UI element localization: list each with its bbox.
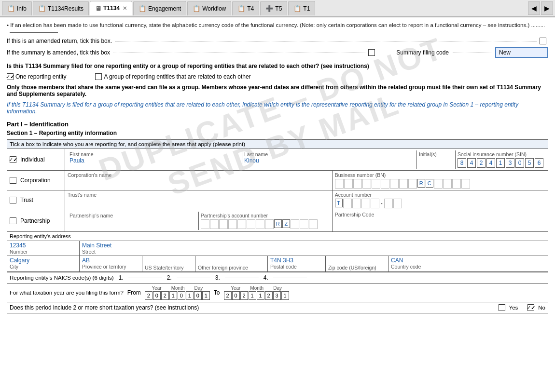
tabs-bar: 📋 Info 📋 T1134Results 🖥 T1134 ✕ 📋 Engage…	[0, 0, 555, 17]
address-header: Reporting entity's address	[7, 232, 548, 241]
tab-info[interactable]: 📋 Info	[2, 1, 32, 15]
initials-field: Initial(s)	[417, 150, 456, 169]
tab-workflow-label: Workflow	[202, 5, 226, 12]
postal-field: T4N 3H3 Postal code	[268, 256, 326, 271]
from-d1: 0	[194, 291, 202, 300]
foreign-province-field: Other foreign province	[195, 256, 268, 271]
tab-engagement[interactable]: 📋 Engagement	[133, 1, 186, 15]
summary-filing-code-input[interactable]	[495, 47, 548, 58]
to-m2: 2	[265, 291, 273, 300]
nav-next-button[interactable]: ▶	[541, 1, 553, 15]
partnership-label: Partnership	[20, 217, 50, 224]
yes-option[interactable]: Yes	[499, 304, 518, 311]
group-checkbox[interactable]	[95, 73, 102, 80]
t4-tab-icon: 📋	[237, 5, 245, 12]
last-name-label: Last name	[244, 151, 415, 157]
address-section-cell: Reporting entity's address 12345 Number …	[7, 232, 548, 313]
sin-d4: 4	[486, 158, 495, 168]
corporation-checkbox[interactable]	[10, 177, 16, 184]
yes-checkbox[interactable]	[499, 304, 505, 311]
no-option[interactable]: ✓ No	[527, 304, 545, 311]
partnership-checkbox[interactable]	[10, 217, 16, 224]
bn-c: C	[426, 179, 433, 188]
number-field: 12345 Number	[7, 241, 80, 256]
from-y3: 2	[161, 291, 169, 300]
to-y2: 0	[232, 291, 240, 300]
year-label-to: Year	[231, 285, 240, 291]
province-label: Province or territory	[82, 264, 139, 270]
sin-label: Social insurance number (SIN)	[458, 151, 543, 157]
bn-cell: Business number (BN) R C	[332, 171, 548, 190]
trust-t: T	[335, 199, 343, 207]
sin-d2: 4	[467, 158, 476, 168]
naics-3-num: 3.	[215, 274, 220, 281]
amended-return-dots	[115, 41, 537, 41]
amended-summary-label: If the summary is amended, tick this box	[7, 49, 110, 56]
naics-1-input[interactable]	[128, 278, 162, 278]
form-table: Tick a box to indicate who you are repor…	[7, 139, 548, 313]
from-y2: 0	[153, 291, 161, 300]
tab-info-label: Info	[17, 5, 27, 12]
tab-t5[interactable]: ➕ T5	[260, 1, 287, 15]
tab-t1134-close[interactable]: ✕	[123, 5, 127, 12]
t1-tab-icon: 📋	[293, 5, 301, 12]
trust-cell: Trust	[7, 190, 65, 210]
no-label: No	[538, 305, 545, 311]
us-state-label: US State/territory	[145, 265, 193, 270]
one-entity-option[interactable]: ✓ One reporting entity	[7, 73, 66, 80]
initials-label: Initial(s)	[419, 151, 453, 157]
tab-t5-label: T5	[275, 5, 282, 12]
country-field: CAN Country code	[388, 256, 548, 271]
corp-name-cell: Corporation's name	[65, 171, 333, 190]
one-entity-checkbox[interactable]: ✓	[7, 73, 14, 80]
reporting-options: ✓ One reporting entity A group of report…	[7, 73, 548, 80]
engagement-tab-icon: 📋	[139, 5, 146, 12]
foreign-province-label: Other foreign province	[198, 265, 265, 270]
group-option[interactable]: A group of reporting entities that are r…	[95, 73, 250, 80]
t1134-tab-icon: 🖥	[95, 5, 101, 12]
corp-name-label: Corporation's name	[68, 172, 330, 178]
section1-heading: Section 1 – Reporting entity information	[7, 130, 548, 136]
partnership-name-label: Partnership's name	[69, 213, 196, 218]
trust-name-cell: Trust's name	[65, 190, 333, 210]
trust-label: Trust	[20, 197, 33, 203]
individual-checkbox[interactable]: ✓	[10, 156, 16, 163]
first-name-field: First name Paula	[68, 150, 242, 169]
province-field: AB Province or territory	[80, 256, 142, 271]
zip-field: Zip code (US/foreign)	[326, 256, 388, 271]
naics-2-input[interactable]	[177, 278, 210, 278]
corporation-label: Corporation	[20, 177, 51, 184]
trust-acct-label: Account number	[335, 192, 545, 198]
tab-t4[interactable]: 📋 T4	[232, 1, 259, 15]
rz-z: Z	[282, 219, 290, 228]
naics-1-num: 1.	[119, 274, 124, 281]
amended-summary-checkbox[interactable]	[368, 49, 375, 56]
tick-instruction-row: Tick a box to indicate who you are repor…	[7, 140, 548, 149]
short-tax-row: Does this period include 2 or more short…	[7, 302, 548, 313]
from-date-grid: 2 0 2 1 0 1 0 1	[145, 291, 210, 300]
trust-checkbox[interactable]	[10, 197, 16, 203]
tab-workflow[interactable]: 📋 Workflow	[187, 1, 231, 15]
tab-engagement-label: Engagement	[148, 5, 181, 12]
tab-t1[interactable]: 📋 T1	[288, 1, 315, 15]
sin-d6: 3	[506, 158, 514, 168]
tab-t1134[interactable]: 🖥 T1134 ✕	[90, 1, 132, 15]
naics-3-input[interactable]	[225, 278, 259, 278]
individual-cell: ✓ Individual	[7, 149, 65, 171]
first-name-value: Paula	[69, 157, 240, 164]
day-label-to: Day	[273, 285, 282, 291]
nav-prev-button[interactable]: ◀	[528, 1, 540, 15]
amended-return-checkbox[interactable]	[540, 38, 546, 44]
t5-tab-icon: ➕	[265, 5, 273, 12]
tab-t1134results[interactable]: 📋 T1134Results	[33, 1, 89, 15]
sin-d3: 2	[477, 158, 486, 168]
year-label-from: Year	[152, 285, 161, 291]
to-y1: 2	[224, 291, 232, 300]
city-value: Calgary	[10, 257, 77, 264]
street-field: Main Street Street	[80, 241, 548, 256]
amended-return-row: If this is an amended return, tick this …	[7, 38, 548, 44]
no-checkbox[interactable]: ✓	[527, 304, 534, 311]
trust-name-label: Trust's name	[68, 192, 330, 198]
postal-label: Postal code	[270, 264, 323, 270]
naics-4-input[interactable]	[273, 278, 307, 278]
